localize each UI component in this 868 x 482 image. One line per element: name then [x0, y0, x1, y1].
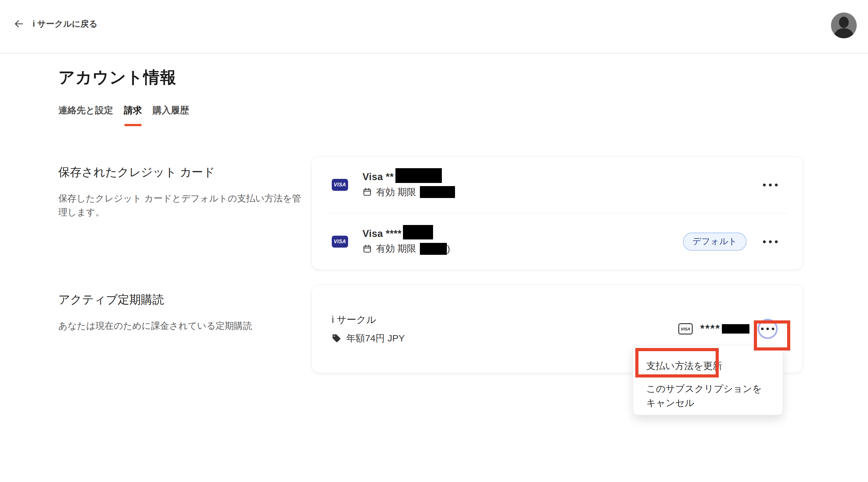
- card-visa-outline-icon: VISA: [678, 323, 693, 335]
- card-2-expiry-suffix: ): [447, 244, 450, 254]
- subscriptions-description: あなたは現在のために課金されている定期購読: [58, 319, 309, 333]
- arrow-left-icon: [13, 18, 25, 29]
- card-2-expiry-label: 有効 期限: [376, 242, 416, 255]
- redacted-card-1-expiry: [420, 186, 455, 198]
- ellipsis-icon: [763, 240, 766, 243]
- top-header: i サークルに戻る: [0, 0, 868, 54]
- annotation-box-update-payment: [635, 348, 719, 377]
- ellipsis-icon: [763, 183, 766, 187]
- card-2-more-options-button[interactable]: [761, 238, 780, 246]
- price-tag-icon: [332, 334, 341, 343]
- saved-cards-panel: VISA Visa ** 有効 期限: [311, 156, 803, 270]
- visa-logo-icon: VISA: [332, 236, 348, 248]
- card-row-1: VISA Visa ** 有効 期限: [312, 157, 803, 213]
- redacted-subscription-card: [722, 324, 749, 334]
- card-1-info: Visa ** 有効 期限: [363, 171, 455, 199]
- back-link-label: i サークルに戻る: [33, 18, 97, 29]
- card-row-2: VISA Visa **** 有効 期限 ) デフォルト: [312, 214, 803, 270]
- subscriptions-heading: アクティブ定期購読: [58, 292, 309, 308]
- subscription-name: i サークル: [332, 313, 405, 327]
- saved-cards-section-intro: 保存されたクレジット カード 保存したクレジット カードとデフォルトの支払い方法…: [58, 164, 309, 219]
- card-1-number: Visa **: [363, 171, 394, 182]
- card-1-more-options-button[interactable]: [761, 181, 780, 189]
- calendar-icon: [363, 187, 372, 197]
- subscriptions-section-intro: アクティブ定期購読 あなたは現在のために課金されている定期購読: [58, 292, 309, 333]
- calendar-icon: [363, 244, 372, 254]
- subscription-info: i サークル 年額74円 JPY: [332, 313, 405, 345]
- visa-logo-icon: VISA: [332, 179, 348, 191]
- redacted-card-1-number: [396, 168, 442, 183]
- card-2-number: Visa ****: [363, 228, 402, 239]
- tab-purchase-history[interactable]: 購入履歴: [153, 104, 189, 126]
- tab-bar: 連絡先と設定 請求 購入履歴: [58, 104, 189, 126]
- user-avatar[interactable]: [831, 12, 857, 38]
- subscription-price: 年額74円 JPY: [346, 332, 405, 345]
- tab-billing[interactable]: 請求: [124, 104, 142, 126]
- annotation-box-ellipsis: [754, 320, 790, 350]
- default-payment-badge: デフォルト: [683, 232, 747, 251]
- card-1-expiry-label: 有効 期限: [376, 186, 416, 199]
- redacted-card-2-number: [403, 225, 433, 239]
- tab-contacts-settings[interactable]: 連絡先と設定: [58, 104, 113, 126]
- card-2-info: Visa **** 有効 期限 ): [363, 228, 450, 255]
- page-title: アカウント情報: [58, 66, 177, 88]
- menu-item-cancel-subscription[interactable]: このサブスクリプションをキャンセル: [646, 381, 770, 410]
- back-to-site-link[interactable]: i サークルに戻る: [13, 18, 97, 29]
- saved-cards-heading: 保存されたクレジット カード: [58, 164, 309, 180]
- saved-cards-description: 保存したクレジット カードとデフォルトの支払い方法を管理します。: [58, 192, 309, 219]
- redacted-card-2-expiry: [420, 243, 447, 255]
- masked-card-digits: ****: [700, 325, 721, 333]
